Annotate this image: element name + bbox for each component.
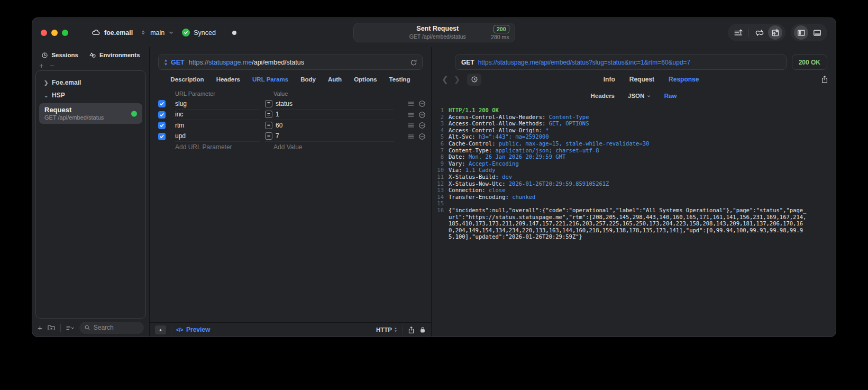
chevron-down-icon[interactable]: ⌄ — [44, 93, 48, 98]
request-url-bar[interactable]: GET https://statuspage.me/api/embed/stat… — [158, 55, 423, 70]
response-tab-response[interactable]: Response — [669, 76, 699, 83]
response-nav-bar: ❮ ❯ InfoRequestResponse — [432, 70, 836, 89]
sessions-clock-icon — [41, 52, 48, 59]
editor-tab-url-params[interactable]: URL Params — [252, 76, 288, 83]
line-number: 6 — [432, 140, 449, 147]
code-line: 1HTTP/1.1 200 OK — [432, 107, 836, 114]
branch-name[interactable]: main — [150, 29, 165, 37]
project-name[interactable]: foe.email — [104, 29, 133, 37]
expand-panel-button[interactable]: ▲ — [155, 325, 166, 334]
sync-status[interactable]: Synced — [194, 29, 216, 37]
sent-url-display[interactable]: GET https://statuspage.me/api/embed/stat… — [455, 55, 787, 70]
line-number: 9 — [432, 160, 449, 167]
response-subtab-headers[interactable]: Headers — [591, 93, 615, 99]
remove-session-button[interactable]: − — [50, 63, 54, 69]
preview-button[interactable]: </> Preview — [176, 326, 210, 333]
refresh-icon[interactable] — [410, 59, 417, 66]
add-request-button[interactable]: + — [38, 323, 42, 332]
request-url[interactable]: https://statuspage.me/api/embed/status — [189, 59, 304, 66]
sort-list-icon[interactable] — [66, 324, 75, 332]
export-share-icon[interactable] — [821, 75, 828, 84]
tab-sessions[interactable]: Sessions — [41, 52, 78, 59]
param-checkbox[interactable] — [158, 122, 166, 129]
history-forward-icon[interactable]: ❯ — [451, 75, 463, 84]
response-subtab-raw[interactable]: Raw — [664, 93, 677, 99]
response-tab-request[interactable]: Request — [629, 76, 654, 83]
toolbar-group-layout — [791, 24, 827, 41]
history-clock-icon[interactable] — [467, 74, 481, 86]
editor-tab-options[interactable]: Options — [354, 76, 377, 83]
param-value[interactable]: 60 — [276, 122, 282, 129]
zoom-window-button[interactable] — [62, 30, 68, 36]
param-name[interactable]: rtm — [175, 122, 184, 129]
chevron-down-icon[interactable] — [168, 30, 174, 35]
param-checkbox[interactable] — [158, 100, 166, 107]
chevron-right-icon[interactable]: ❯ — [44, 80, 48, 86]
param-checkbox[interactable] — [158, 111, 166, 119]
add-param-placeholder[interactable]: Add URL Parameter — [175, 143, 260, 151]
send-receive-icon[interactable] — [768, 25, 782, 40]
tab-environments[interactable]: Environments — [89, 51, 140, 59]
history-back-icon[interactable]: ❮ — [439, 75, 451, 84]
drag-handle-icon[interactable] — [408, 101, 414, 106]
response-subtab-json[interactable]: JSON — [628, 93, 651, 99]
share-icon[interactable] — [408, 326, 415, 334]
editor-tab-body[interactable]: Body — [300, 76, 316, 83]
minimize-window-button[interactable] — [51, 30, 58, 36]
param-name[interactable]: slug — [175, 100, 187, 107]
line-number: 14 — [432, 194, 449, 201]
sync-loop-icon[interactable] — [752, 25, 766, 40]
param-value[interactable]: 7 — [276, 132, 279, 140]
remove-param-icon[interactable] — [418, 122, 426, 129]
add-param-row[interactable]: Add URL Parameter Add Value — [158, 142, 426, 153]
tree-item-foe-email[interactable]: ❯ Foe.email — [36, 76, 145, 89]
import-list-icon[interactable] — [731, 25, 745, 40]
editor-tab-headers[interactable]: Headers — [216, 76, 240, 83]
line-number: 7 — [432, 147, 449, 154]
editor-tab-auth[interactable]: Auth — [328, 76, 342, 83]
request-duration: 280 ms — [491, 34, 509, 40]
editor-footer: ▲ </> Preview HTTP — [150, 322, 431, 337]
sent-request-pill[interactable]: Sent Request GET /api/embed/status 200 2… — [353, 23, 515, 42]
request-list-item[interactable]: Request GET /api/embed/status — [39, 103, 142, 124]
add-session-button[interactable]: + — [39, 63, 43, 69]
drag-handle-icon[interactable] — [408, 123, 414, 128]
sidebar-search-input[interactable]: Search — [79, 322, 144, 334]
add-value-placeholder[interactable]: Add Value — [265, 143, 394, 151]
line-number: 4 — [432, 127, 449, 134]
param-name[interactable]: inc — [175, 111, 183, 118]
param-value[interactable]: status — [276, 100, 293, 107]
response-raw-view: 1HTTP/1.1 200 OK2Access-Control-Allow-He… — [432, 103, 836, 337]
param-checkbox[interactable] — [158, 133, 166, 140]
protocol-selector[interactable]: HTTP — [376, 326, 398, 333]
layout-sidebar-icon[interactable] — [794, 25, 808, 40]
editor-tab-description[interactable]: Description — [170, 76, 204, 83]
new-folder-icon[interactable] — [47, 323, 56, 332]
code-line: 13Connection: close — [432, 187, 836, 194]
lock-icon[interactable] — [419, 326, 426, 333]
drag-handle-icon[interactable] — [408, 112, 414, 117]
param-value[interactable]: 1 — [276, 111, 279, 118]
close-window-button[interactable] — [41, 30, 47, 36]
line-number: 13 — [432, 187, 449, 194]
tree-item-hsp[interactable]: ⌄ HSP — [36, 89, 145, 102]
drag-handle-icon[interactable] — [408, 134, 414, 139]
request-method[interactable]: GET — [171, 59, 185, 66]
protocol-label: HTTP — [376, 326, 392, 333]
remove-param-icon[interactable] — [418, 133, 426, 140]
method-stepper-icon[interactable] — [163, 59, 168, 66]
code-line: 9Vary: Accept-Encoding — [432, 160, 836, 167]
response-tab-info[interactable]: Info — [604, 76, 615, 83]
remove-param-icon[interactable] — [418, 111, 426, 119]
code-line: 6Cache-Control: public, max-age=15, stal… — [432, 140, 836, 147]
code-line: 2Access-Control-Allow-Headers: Content-T… — [432, 114, 836, 121]
editor-tab-testing[interactable]: Testing — [389, 76, 410, 83]
column-header-parameter: URL Parameter — [175, 90, 260, 97]
cloud-icon — [92, 28, 100, 37]
remove-param-icon[interactable] — [418, 100, 426, 107]
code-icon: </> — [176, 327, 183, 333]
layout-bottombar-icon[interactable] — [810, 25, 824, 40]
preview-label: Preview — [186, 326, 210, 333]
param-name[interactable]: upd — [175, 132, 186, 140]
code-line: 5Alt-Svc: h3=":443"; ma=2592000 — [432, 133, 836, 140]
